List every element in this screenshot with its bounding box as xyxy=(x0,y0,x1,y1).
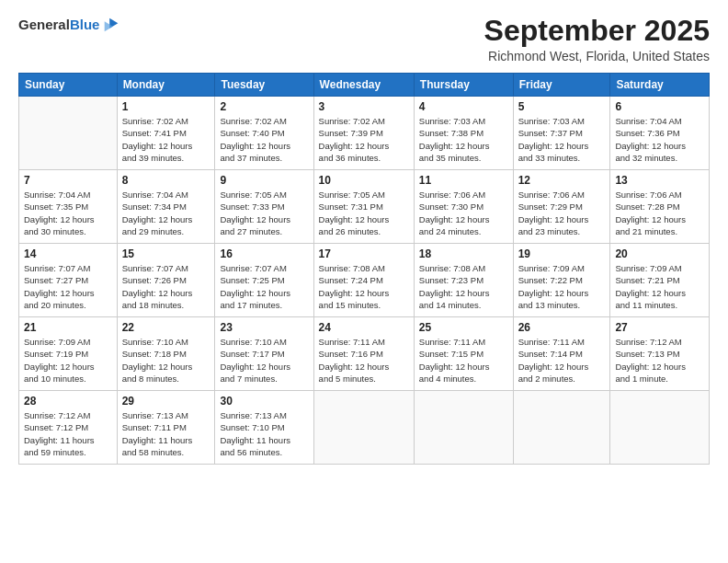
day-info: Sunrise: 7:07 AMSunset: 7:27 PMDaylight:… xyxy=(24,262,112,311)
calendar-cell: 26Sunrise: 7:11 AMSunset: 7:14 PMDayligh… xyxy=(513,317,610,391)
logo-icon xyxy=(101,15,121,35)
day-info: Sunrise: 7:13 AMSunset: 7:10 PMDaylight:… xyxy=(220,409,308,458)
day-number: 12 xyxy=(518,174,606,187)
calendar-week-5: 28Sunrise: 7:12 AMSunset: 7:12 PMDayligh… xyxy=(19,391,710,465)
calendar-cell: 13Sunrise: 7:06 AMSunset: 7:28 PMDayligh… xyxy=(610,170,710,244)
calendar-cell xyxy=(313,391,414,465)
day-info: Sunrise: 7:06 AMSunset: 7:30 PMDaylight:… xyxy=(419,189,508,237)
day-number: 14 xyxy=(24,247,112,260)
calendar-week-3: 14Sunrise: 7:07 AMSunset: 7:27 PMDayligh… xyxy=(19,244,710,317)
calendar-cell: 1Sunrise: 7:02 AMSunset: 7:41 PMDaylight… xyxy=(117,97,215,170)
calendar-cell: 5Sunrise: 7:03 AMSunset: 7:37 PMDaylight… xyxy=(513,97,610,170)
calendar-cell: 24Sunrise: 7:11 AMSunset: 7:16 PMDayligh… xyxy=(313,317,414,391)
day-number: 26 xyxy=(518,321,606,334)
day-info: Sunrise: 7:03 AMSunset: 7:37 PMDaylight:… xyxy=(518,115,606,164)
day-info: Sunrise: 7:12 AMSunset: 7:13 PMDaylight:… xyxy=(615,336,704,385)
header-wednesday: Wednesday xyxy=(313,74,414,97)
calendar-cell: 22Sunrise: 7:10 AMSunset: 7:18 PMDayligh… xyxy=(117,317,215,391)
day-info: Sunrise: 7:11 AMSunset: 7:14 PMDaylight:… xyxy=(518,336,606,385)
day-number: 20 xyxy=(615,247,704,260)
day-info: Sunrise: 7:11 AMSunset: 7:15 PMDaylight:… xyxy=(419,336,508,385)
day-number: 7 xyxy=(24,174,112,187)
day-number: 25 xyxy=(419,321,508,334)
day-info: Sunrise: 7:10 AMSunset: 7:18 PMDaylight:… xyxy=(122,336,210,385)
day-info: Sunrise: 7:11 AMSunset: 7:16 PMDaylight:… xyxy=(319,336,409,385)
day-number: 23 xyxy=(220,321,308,334)
calendar-cell: 11Sunrise: 7:06 AMSunset: 7:30 PMDayligh… xyxy=(414,170,513,244)
calendar-week-2: 7Sunrise: 7:04 AMSunset: 7:35 PMDaylight… xyxy=(19,170,710,244)
month-title: September 2025 xyxy=(484,15,710,47)
day-number: 15 xyxy=(122,247,210,260)
calendar-cell: 14Sunrise: 7:07 AMSunset: 7:27 PMDayligh… xyxy=(19,244,118,317)
calendar-cell: 21Sunrise: 7:09 AMSunset: 7:19 PMDayligh… xyxy=(19,317,118,391)
calendar-cell xyxy=(610,391,710,465)
weekday-header-row: Sunday Monday Tuesday Wednesday Thursday… xyxy=(19,74,710,97)
calendar-cell: 29Sunrise: 7:13 AMSunset: 7:11 PMDayligh… xyxy=(117,391,215,465)
day-info: Sunrise: 7:07 AMSunset: 7:25 PMDaylight:… xyxy=(220,262,308,311)
day-info: Sunrise: 7:05 AMSunset: 7:33 PMDaylight:… xyxy=(220,189,308,237)
logo-text: GeneralBlue xyxy=(18,17,99,33)
day-info: Sunrise: 7:04 AMSunset: 7:34 PMDaylight:… xyxy=(122,189,210,237)
calendar-cell: 7Sunrise: 7:04 AMSunset: 7:35 PMDaylight… xyxy=(19,170,118,244)
day-number: 8 xyxy=(122,174,210,187)
calendar-week-4: 21Sunrise: 7:09 AMSunset: 7:19 PMDayligh… xyxy=(19,317,710,391)
calendar-cell: 9Sunrise: 7:05 AMSunset: 7:33 PMDaylight… xyxy=(215,170,313,244)
calendar-cell: 2Sunrise: 7:02 AMSunset: 7:40 PMDaylight… xyxy=(215,97,313,170)
calendar-cell: 16Sunrise: 7:07 AMSunset: 7:25 PMDayligh… xyxy=(215,244,313,317)
calendar-cell: 23Sunrise: 7:10 AMSunset: 7:17 PMDayligh… xyxy=(215,317,313,391)
day-number: 2 xyxy=(220,100,308,113)
day-number: 21 xyxy=(24,321,112,334)
calendar-cell xyxy=(513,391,610,465)
day-info: Sunrise: 7:04 AMSunset: 7:35 PMDaylight:… xyxy=(24,189,112,237)
day-info: Sunrise: 7:02 AMSunset: 7:40 PMDaylight:… xyxy=(220,115,308,164)
day-info: Sunrise: 7:10 AMSunset: 7:17 PMDaylight:… xyxy=(220,336,308,385)
calendar-cell: 6Sunrise: 7:04 AMSunset: 7:36 PMDaylight… xyxy=(610,97,710,170)
day-info: Sunrise: 7:09 AMSunset: 7:22 PMDaylight:… xyxy=(518,262,606,311)
day-number: 18 xyxy=(419,247,508,260)
calendar-cell: 20Sunrise: 7:09 AMSunset: 7:21 PMDayligh… xyxy=(610,244,710,317)
day-number: 9 xyxy=(220,174,308,187)
title-block: September 2025 Richmond West, Florida, U… xyxy=(484,15,710,63)
location: Richmond West, Florida, United States xyxy=(484,49,710,63)
page: GeneralBlue September 2025 Richmond West… xyxy=(0,0,728,563)
day-info: Sunrise: 7:08 AMSunset: 7:24 PMDaylight:… xyxy=(319,262,409,311)
day-number: 28 xyxy=(24,395,112,408)
calendar-cell: 3Sunrise: 7:02 AMSunset: 7:39 PMDaylight… xyxy=(313,97,414,170)
day-info: Sunrise: 7:02 AMSunset: 7:41 PMDaylight:… xyxy=(122,115,210,164)
day-number: 19 xyxy=(518,247,606,260)
header-friday: Friday xyxy=(513,74,610,97)
day-number: 10 xyxy=(319,174,409,187)
calendar-cell: 15Sunrise: 7:07 AMSunset: 7:26 PMDayligh… xyxy=(117,244,215,317)
calendar-cell xyxy=(19,97,118,170)
day-info: Sunrise: 7:09 AMSunset: 7:19 PMDaylight:… xyxy=(24,336,112,385)
day-number: 6 xyxy=(615,100,704,113)
calendar-cell: 17Sunrise: 7:08 AMSunset: 7:24 PMDayligh… xyxy=(313,244,414,317)
day-info: Sunrise: 7:07 AMSunset: 7:26 PMDaylight:… xyxy=(122,262,210,311)
day-info: Sunrise: 7:09 AMSunset: 7:21 PMDaylight:… xyxy=(615,262,704,311)
day-number: 30 xyxy=(220,395,308,408)
header-monday: Monday xyxy=(117,74,215,97)
day-number: 5 xyxy=(518,100,606,113)
logo: GeneralBlue xyxy=(18,15,121,35)
header-thursday: Thursday xyxy=(414,74,513,97)
calendar-cell: 30Sunrise: 7:13 AMSunset: 7:10 PMDayligh… xyxy=(215,391,313,465)
calendar-cell: 12Sunrise: 7:06 AMSunset: 7:29 PMDayligh… xyxy=(513,170,610,244)
day-number: 1 xyxy=(122,100,210,113)
day-number: 13 xyxy=(615,174,704,187)
day-info: Sunrise: 7:13 AMSunset: 7:11 PMDaylight:… xyxy=(122,409,210,458)
day-number: 3 xyxy=(319,100,409,113)
day-info: Sunrise: 7:04 AMSunset: 7:36 PMDaylight:… xyxy=(615,115,704,164)
calendar-cell xyxy=(414,391,513,465)
calendar-week-1: 1Sunrise: 7:02 AMSunset: 7:41 PMDaylight… xyxy=(19,97,710,170)
day-info: Sunrise: 7:08 AMSunset: 7:23 PMDaylight:… xyxy=(419,262,508,311)
calendar-cell: 8Sunrise: 7:04 AMSunset: 7:34 PMDaylight… xyxy=(117,170,215,244)
day-info: Sunrise: 7:06 AMSunset: 7:29 PMDaylight:… xyxy=(518,189,606,237)
header-saturday: Saturday xyxy=(610,74,710,97)
calendar-cell: 28Sunrise: 7:12 AMSunset: 7:12 PMDayligh… xyxy=(19,391,118,465)
header-tuesday: Tuesday xyxy=(215,74,313,97)
calendar-table: Sunday Monday Tuesday Wednesday Thursday… xyxy=(18,73,710,465)
day-number: 22 xyxy=(122,321,210,334)
calendar-cell: 25Sunrise: 7:11 AMSunset: 7:15 PMDayligh… xyxy=(414,317,513,391)
calendar-cell: 18Sunrise: 7:08 AMSunset: 7:23 PMDayligh… xyxy=(414,244,513,317)
day-number: 17 xyxy=(319,247,409,260)
